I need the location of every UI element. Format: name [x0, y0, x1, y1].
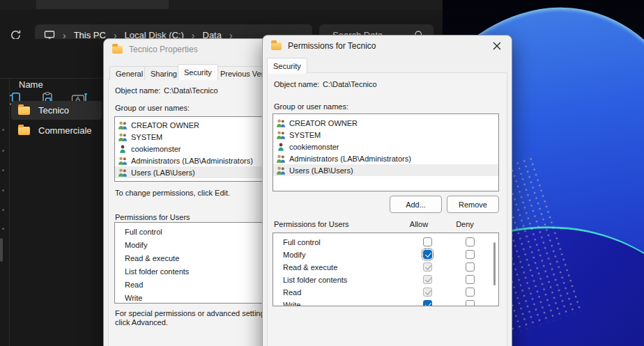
perm-row-write: Write	[273, 299, 498, 306]
deny-checkbox-list-folder[interactable]	[466, 275, 475, 284]
add-button[interactable]: Add...	[390, 196, 442, 213]
list-item-administrators[interactable]: Administrators (LAB\Administrators)	[115, 155, 263, 166]
nav-scrollbar-thumb[interactable]	[0, 238, 3, 262]
dialog-title: Tecnico Properties	[129, 45, 198, 54]
allow-checkbox-read[interactable]	[423, 288, 432, 297]
navigation-pane-edge	[0, 79, 10, 346]
tab-security[interactable]: Security	[178, 64, 218, 80]
screen: › This PC › Local Disk (C:) › Data › Sea…	[0, 0, 644, 346]
advanced-hint-line1: For special permissions or advanced sett…	[115, 309, 265, 317]
remove-button[interactable]: Remove	[447, 196, 499, 213]
nav-item-dot	[2, 189, 4, 191]
list-item-system[interactable]: SYSTEM	[115, 131, 263, 143]
file-name: Tecnico	[38, 105, 69, 116]
nav-item-dot	[2, 228, 4, 230]
nav-item-dot	[2, 150, 4, 152]
list-item-system[interactable]: SYSTEM	[273, 129, 498, 141]
tab-security[interactable]: Security	[267, 58, 307, 74]
group-icon	[276, 119, 286, 127]
nav-item-dot	[2, 209, 4, 211]
group-icon	[118, 133, 128, 141]
group-icon	[118, 121, 128, 129]
group-icon	[276, 131, 286, 139]
perm-modify: Modify	[125, 241, 147, 249]
permissions-dialog-titlebar[interactable]: Permissions for Tecnico	[263, 36, 512, 56]
group-user-listbox[interactable]: CREATOR OWNER SYSTEM cookiemonster Admin…	[273, 113, 499, 191]
group-icon	[118, 157, 128, 165]
allow-checkbox-read-execute[interactable]	[423, 262, 432, 272]
perm-full-control: Full control	[125, 228, 162, 236]
perm-list-folder: List folder contents	[125, 267, 189, 276]
perm-row-list-folder-contents: List folder contents	[273, 274, 498, 286]
deny-checkbox-read[interactable]	[466, 288, 475, 297]
object-name-label: Object name:	[115, 86, 160, 95]
nav-item-dot	[2, 169, 4, 171]
properties-dialog: Tecnico Properties General Sharing Secur…	[103, 38, 276, 346]
allow-checkbox-modify[interactable]	[423, 250, 432, 259]
perm-read-execute: Read & execute	[125, 254, 179, 262]
column-header-name[interactable]: Name	[19, 79, 43, 90]
list-item-users[interactable]: Users (LAB\Users)	[273, 164, 498, 176]
edit-hint: To change permissions, click Edit.	[115, 189, 230, 197]
perm-write: Write	[125, 294, 142, 302]
perm-row-full-control: Full control	[273, 236, 498, 249]
group-icon	[276, 155, 286, 163]
list-item-cookiemonster[interactable]: cookiemonster	[273, 141, 498, 152]
folder-icon	[112, 46, 123, 54]
deny-column-header: Deny	[452, 220, 477, 228]
deny-checkbox-write[interactable]	[466, 300, 475, 306]
folder-icon	[18, 107, 30, 115]
list-item-administrators[interactable]: Administrators (LAB\Administrators)	[273, 152, 498, 164]
tab-general[interactable]: General	[109, 66, 149, 80]
permissions-listbox[interactable]: Full control Modify Read & execute List …	[114, 222, 263, 304]
list-item-creator-owner[interactable]: CREATOR OWNER	[273, 117, 498, 129]
perm-row-modify: Modify	[273, 249, 498, 261]
group-user-names-label: Group or user names:	[115, 104, 190, 112]
list-item-users[interactable]: Users (LAB\Users)	[115, 166, 263, 178]
allow-checkbox-write[interactable]	[423, 300, 432, 306]
allow-column-header: Allow	[406, 220, 431, 228]
perm-row-read-execute: Read & execute	[273, 261, 498, 274]
permissions-for-users-label: Permissions for Users	[115, 213, 190, 221]
deny-checkbox-full-control[interactable]	[466, 237, 475, 246]
folder-icon	[271, 42, 282, 50]
group-user-names-label: Group or user names:	[274, 102, 348, 111]
deny-checkbox-read-execute[interactable]	[466, 262, 475, 272]
permissions-dialog: Permissions for Tecnico Security Object …	[262, 35, 512, 346]
group-icon	[118, 168, 128, 177]
explorer-tab-strip	[0, 0, 443, 10]
permissions-for-users-label: Permissions for Users	[274, 220, 349, 228]
deny-checkbox-modify[interactable]	[466, 250, 475, 259]
permissions-checkbox-list[interactable]: Full control Modify Read & execute List …	[273, 233, 499, 306]
dialog-title: Permissions for Tecnico	[288, 41, 376, 51]
allow-checkbox-list-folder[interactable]	[423, 275, 432, 284]
group-user-listbox[interactable]: CREATOR OWNER SYSTEM cookiemonster Admin…	[114, 116, 263, 182]
allow-checkbox-full-control[interactable]	[423, 237, 432, 246]
perm-read: Read	[125, 281, 143, 289]
folder-icon	[18, 127, 30, 135]
close-icon[interactable]	[486, 37, 507, 55]
file-row-commerciale[interactable]: Commerciale	[11, 121, 102, 140]
properties-dialog-titlebar[interactable]: Tecnico Properties	[104, 39, 275, 60]
object-name-value: C:\Data\Tecnico	[164, 86, 218, 95]
list-item-creator-owner[interactable]: CREATOR OWNER	[115, 119, 263, 131]
list-item-cookiemonster[interactable]: cookiemonster	[115, 143, 263, 155]
file-row-tecnico[interactable]: Tecnico	[11, 101, 102, 120]
nav-item-dot	[2, 129, 4, 131]
advanced-hint-line2: click Advanced.	[115, 318, 168, 327]
object-name-label: Object name:	[274, 80, 319, 88]
user-icon	[276, 143, 286, 151]
group-icon	[276, 166, 286, 175]
file-name: Commerciale	[38, 125, 92, 136]
list-scrollbar-thumb[interactable]	[493, 242, 496, 285]
explorer-tab[interactable]	[36, 0, 169, 9]
user-icon	[118, 145, 128, 153]
perm-row-read: Read	[273, 286, 498, 299]
object-name-value: C:\Data\Tecnico	[323, 80, 377, 88]
